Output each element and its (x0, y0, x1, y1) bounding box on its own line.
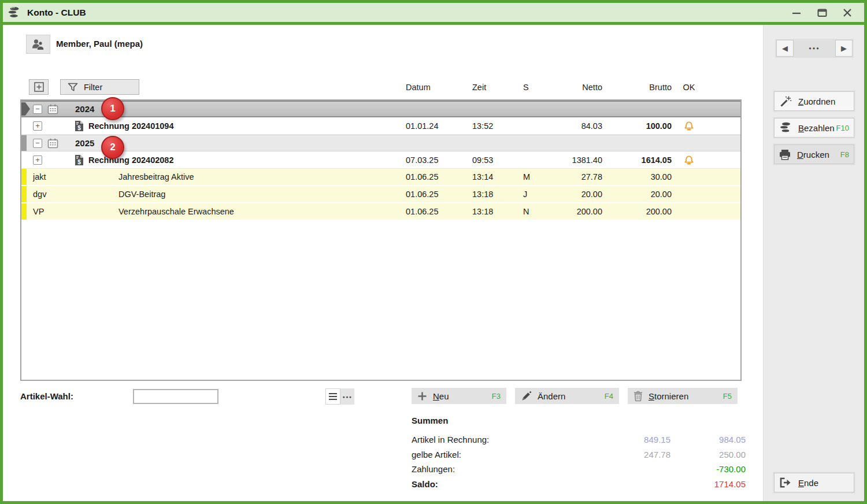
year-group-row-2024[interactable]: 2024 (21, 101, 740, 117)
record-navigation (775, 39, 854, 58)
sum-brutto: -730.00 (670, 464, 746, 474)
column-header-netto[interactable]: Netto (533, 83, 602, 92)
cell-brutto: 100.00 (602, 121, 672, 131)
article-label: Verzehrpauschale Erwachsene (118, 207, 234, 216)
bell-icon (684, 120, 694, 131)
article-row[interactable]: jakt Jahresbeitrag Aktive 01.06.25 13:14… (21, 169, 740, 186)
stornieren-label: Stornieren (649, 391, 688, 401)
trash-icon (633, 391, 643, 402)
sum-label: Zahlungen: (412, 464, 601, 474)
stornieren-button[interactable]: Stornieren F5 (628, 388, 738, 404)
aendern-button[interactable]: Ändern F4 (515, 388, 619, 404)
article-row[interactable]: VP Verzehrpauschale Erwachsene 01.06.25 … (21, 203, 740, 221)
cell-ok (672, 154, 706, 165)
article-label: DGV-Beitrag (118, 190, 165, 199)
persons-icon (31, 38, 46, 51)
invoice-row[interactable]: $ Rechnung 202401094 01.01.24 13:52 84.0… (21, 117, 740, 135)
annotation-badge-1: 1 (101, 97, 124, 120)
year-label: 2025 (75, 138, 94, 148)
main-area: Member, Paul (mepa) Filter (3, 25, 763, 501)
cell-brutto: 200.00 (602, 207, 672, 216)
column-header-datum[interactable]: Datum (377, 83, 440, 92)
table-header-row: Filter Datum Zeit S Netto Brutto OK (20, 78, 742, 96)
column-header-brutto[interactable]: Brutto (602, 83, 672, 92)
list-icon[interactable] (325, 388, 340, 405)
ende-button[interactable]: Ende (774, 473, 854, 492)
neu-fkey: F3 (492, 392, 501, 401)
sum-brutto: 984.05 (670, 435, 746, 444)
cell-s: N (498, 207, 533, 216)
cell-s: M (498, 172, 533, 181)
filter-label: Filter (84, 83, 102, 92)
article-row[interactable]: dgv DGV-Beitrag 01.06.25 13:18 J 20.00 2… (21, 186, 740, 203)
pencil-icon (521, 391, 532, 402)
window-frame: Konto - CLUB Member, Pau (0, 0, 867, 504)
expand-icon[interactable] (33, 121, 42, 131)
cell-datum: 01.01.24 (377, 121, 440, 131)
ende-label: Ende (798, 478, 818, 488)
printer-icon (779, 149, 791, 160)
artikel-wahl-label: Artikel-Wahl: (20, 388, 73, 405)
cell-datum: 01.06.25 (377, 207, 440, 216)
cell-netto: 1381.40 (533, 155, 602, 165)
cell-s: J (498, 190, 533, 199)
account-table: 2024 $ (20, 99, 742, 381)
bezahlen-button[interactable]: Bezahlen F10 (774, 118, 854, 138)
cell-zeit: 09:53 (440, 155, 498, 165)
stornieren-fkey: F5 (723, 392, 732, 401)
drucken-button[interactable]: Drucken F8 (774, 144, 854, 164)
maximize-button[interactable] (813, 5, 831, 20)
filter-button[interactable]: Filter (60, 79, 139, 95)
annotation-badge-2: 2 (101, 136, 124, 159)
coins-icon (779, 122, 792, 134)
plus-box-icon (34, 82, 44, 92)
calendar-icon (47, 104, 58, 114)
sum-label: Saldo: (412, 479, 601, 489)
aendern-fkey: F4 (605, 392, 613, 401)
add-button[interactable] (29, 79, 49, 95)
artikel-wahl-input[interactable] (133, 389, 218, 404)
neu-button[interactable]: Neu F3 (412, 388, 506, 404)
cell-brutto: 1614.05 (602, 155, 672, 165)
sidebar: Zuordnen Bezahlen F10 (763, 25, 864, 501)
article-code: dgv (33, 190, 118, 199)
zuordnen-button[interactable]: Zuordnen (774, 91, 854, 111)
cell-zeit: 13:52 (440, 121, 498, 131)
year-group-row-2025[interactable]: 2025 (21, 135, 740, 151)
drucken-fkey: F8 (840, 150, 849, 159)
svg-text:$: $ (77, 124, 81, 131)
drucken-label: Drucken (797, 150, 829, 160)
article-code: VP (33, 207, 118, 216)
sum-row-saldo: Saldo: 1714.05 (412, 477, 746, 492)
member-avatar (26, 35, 50, 54)
sum-label: Artikel in Rechnung: (412, 435, 601, 444)
collapse-icon[interactable] (33, 139, 42, 148)
summen-section: Summen Artikel in Rechnung: 849.15 984.0… (412, 416, 746, 491)
close-button[interactable] (839, 5, 856, 20)
collapse-icon[interactable] (33, 105, 42, 114)
yellow-stripe (21, 203, 27, 220)
column-header-s[interactable]: S (498, 83, 533, 92)
sum-row-zahlungen: Zahlungen: -730.00 (412, 462, 746, 477)
cell-datum: 01.06.25 (377, 190, 440, 199)
invoice-row[interactable]: $ Rechnung 202402082 07.03.25 09:53 1381… (21, 151, 740, 169)
member-name: Member, Paul (mepa) (56, 39, 143, 49)
ellipsis-icon[interactable] (809, 46, 820, 51)
expand-icon[interactable] (33, 155, 42, 165)
year-label: 2024 (75, 104, 94, 114)
invoice-label: Rechnung 202401094 (88, 121, 174, 131)
minimize-button[interactable] (788, 5, 805, 20)
cell-netto: 27.78 (533, 172, 602, 181)
column-header-zeit[interactable]: Zeit (440, 83, 498, 92)
svg-text:$: $ (77, 158, 81, 165)
article-code: jakt (33, 172, 118, 181)
bezahlen-label: Bezahlen (798, 123, 835, 133)
next-record-button[interactable] (835, 40, 853, 57)
exit-icon (779, 477, 792, 488)
ellipsis-icon[interactable] (340, 395, 354, 399)
column-header-ok[interactable]: OK (672, 83, 706, 92)
plus-icon (417, 391, 427, 401)
calendar-icon (47, 138, 58, 149)
prev-record-button[interactable] (776, 40, 794, 57)
article-list-buttons (325, 388, 354, 405)
